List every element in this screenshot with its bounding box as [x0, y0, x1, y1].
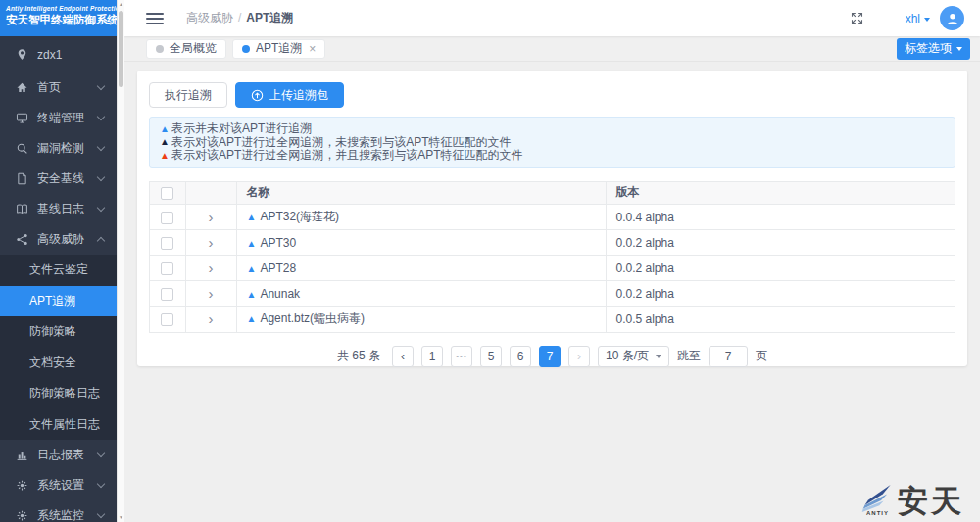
expand-icon[interactable]: ›: [209, 261, 214, 275]
version-cell: 0.0.2 alpha: [606, 230, 955, 256]
sidebar-item-label: 高级威胁: [37, 231, 98, 248]
tab-global-overview[interactable]: 全局概览: [146, 39, 226, 59]
execute-trace-button[interactable]: 执行追溯: [149, 82, 227, 108]
sidebar-item-system-settings[interactable]: 系统设置: [0, 470, 117, 500]
page-button-5[interactable]: 5: [480, 346, 502, 367]
page-button-6[interactable]: 6: [510, 346, 531, 367]
sidebar-item-vulnerability-detection[interactable]: 漏洞检测: [0, 133, 117, 164]
apt-name[interactable]: APT28: [260, 261, 296, 275]
scroll-up-icon[interactable]: ▲: [118, 0, 124, 9]
brand-title: 安天智甲终端防御系统: [6, 13, 112, 27]
version-cell: 0.0.4 alpha: [606, 205, 955, 230]
sidebar-subitem-file-attribute-log[interactable]: 文件属性日志: [0, 409, 117, 441]
sidebar-item-system-monitor[interactable]: 系统监控: [0, 500, 117, 522]
file-icon: [16, 172, 28, 185]
table-row: ›▲APT300.0.2 alpha: [150, 230, 955, 256]
expand-icon[interactable]: ›: [209, 286, 214, 301]
expand-icon[interactable]: ›: [209, 311, 214, 326]
scrollbar-thumb[interactable]: [119, 11, 123, 87]
row-checkbox[interactable]: [161, 237, 173, 250]
select-all-checkbox[interactable]: [161, 187, 173, 200]
breadcrumb: 高级威胁/APT追溯: [186, 10, 293, 26]
expand-icon[interactable]: ›: [209, 235, 214, 250]
navbar-right: xhl: [850, 6, 964, 30]
triangle-marker: ▲: [247, 289, 257, 300]
page-ellipsis[interactable]: •••: [451, 346, 472, 367]
sidebar-subitem-document-security[interactable]: 文档安全: [0, 348, 117, 379]
sidebar-item-log-report[interactable]: 日志报表: [0, 440, 117, 470]
antiy-logo-text-en: ANTIY: [866, 510, 889, 516]
apt-name[interactable]: APT32(海莲花): [260, 210, 339, 223]
row-checkbox[interactable]: [161, 262, 173, 275]
expand-icon[interactable]: ›: [209, 210, 214, 224]
page-button-1[interactable]: 1: [421, 346, 443, 367]
sidebar-subitem-defense-policy-log[interactable]: 防御策略日志: [0, 378, 117, 409]
sidebar-collapse-button[interactable]: [146, 13, 164, 24]
upload-package-button[interactable]: 上传追溯包: [235, 82, 344, 108]
sidebar-scrollbar[interactable]: ▲ ▼: [117, 0, 124, 522]
chevron-down-icon: [97, 173, 105, 181]
header-expand-cell: [185, 182, 236, 205]
user-menu[interactable]: xhl: [906, 12, 930, 25]
apt-name[interactable]: Agent.btz(蠕虫病毒): [260, 311, 365, 325]
legend-line: ▲表示并未对该APT进行追溯: [160, 122, 945, 136]
sidebar-subitem-apt-trace[interactable]: APT追溯: [0, 286, 117, 317]
row-checkbox[interactable]: [161, 212, 173, 224]
apt-trace-card: 执行追溯 上传追溯包 ▲表示并未对该APT进行追溯▲表示对该APT进行过全网追溯…: [137, 71, 967, 366]
breadcrumb-section[interactable]: 高级威胁: [186, 11, 233, 24]
close-icon[interactable]: ×: [309, 43, 316, 55]
page-size-value: 10 条/页: [606, 348, 649, 364]
tab-apt-trace[interactable]: APT追溯×: [232, 39, 325, 59]
jump-label: 跳至: [677, 348, 701, 364]
sidebar-item-terminal-management[interactable]: 终端管理: [0, 103, 117, 133]
page-button-7[interactable]: 7: [539, 346, 561, 367]
top-navbar: 高级威胁/APT追溯 xhl: [124, 0, 980, 36]
sidebar-item-security-baseline[interactable]: 安全基线: [0, 164, 117, 194]
tab-dot: [156, 45, 164, 53]
legend-alert: ▲表示并未对该APT进行追溯▲表示对该APT进行过全网追溯，未搜索到与该APT特…: [149, 117, 956, 168]
checkbox-cell: [150, 205, 185, 230]
name-cell: ▲APT30: [236, 230, 606, 256]
sidebar-item-label: 基线日志: [37, 201, 98, 217]
sidebar-host: zdx1: [0, 36, 117, 72]
row-checkbox[interactable]: [161, 288, 173, 301]
sidebar-item-home[interactable]: 首页: [0, 72, 117, 103]
scroll-down-icon[interactable]: ▼: [118, 513, 124, 522]
breadcrumb-current: APT追溯: [246, 11, 293, 24]
tab-label: 全局概览: [170, 40, 217, 57]
triangle-marker: ▲: [160, 124, 170, 134]
apt-table: 名称 版本 ›▲APT32(海莲花)0.0.4 alpha›▲APT300.0.…: [149, 181, 956, 333]
share-icon: [16, 233, 28, 246]
row-checkbox[interactable]: [161, 313, 173, 326]
upload-button-label: 上传追溯包: [270, 87, 328, 104]
page-size-select[interactable]: 10 条/页: [598, 346, 669, 367]
tab-strip: 全局概览APT追溯× 标签选项: [124, 36, 980, 62]
prev-page-button[interactable]: ‹: [392, 346, 414, 367]
fullscreen-icon[interactable]: [850, 11, 864, 25]
sidebar-item-baseline-log[interactable]: 基线日志: [0, 194, 117, 224]
apt-name[interactable]: Anunak: [260, 287, 300, 301]
chevron-down-icon: [97, 204, 105, 212]
avatar[interactable]: [940, 6, 964, 30]
book-icon: [16, 203, 28, 215]
name-cell: ▲Agent.btz(蠕虫病毒): [236, 307, 606, 332]
sidebar-item-advanced-threat[interactable]: 高级威胁: [0, 224, 117, 255]
triangle-marker: ▲: [247, 263, 257, 274]
triangle-marker: ▲: [247, 212, 257, 222]
header-checkbox-cell: [150, 182, 185, 205]
table-row: ›▲Agent.btz(蠕虫病毒)0.0.5 alpha: [150, 307, 955, 332]
legend-text: 表示对该APT进行过全网追溯，并且搜索到与该APT特征匹配的文件: [172, 149, 523, 163]
breadcrumb-separator: /: [238, 11, 241, 24]
jump-page-input[interactable]: [709, 346, 748, 367]
table-body: ›▲APT32(海莲花)0.0.4 alpha›▲APT300.0.2 alph…: [150, 205, 955, 332]
apt-name[interactable]: APT30: [260, 236, 296, 250]
next-page-button[interactable]: ›: [568, 346, 590, 367]
sidebar-subitem-defense-policy[interactable]: 防御策略: [0, 316, 117, 348]
sidebar-subitem-file-cloud-identify[interactable]: 文件云鉴定: [0, 255, 117, 286]
host-label: zdx1: [37, 48, 62, 62]
triangle-marker: ▲: [247, 313, 257, 324]
gear-icon: [16, 509, 28, 522]
chevron-down-icon: [97, 82, 105, 90]
sidebar-item-label: 安全基线: [37, 170, 98, 187]
tab-options-button[interactable]: 标签选项: [897, 38, 970, 60]
